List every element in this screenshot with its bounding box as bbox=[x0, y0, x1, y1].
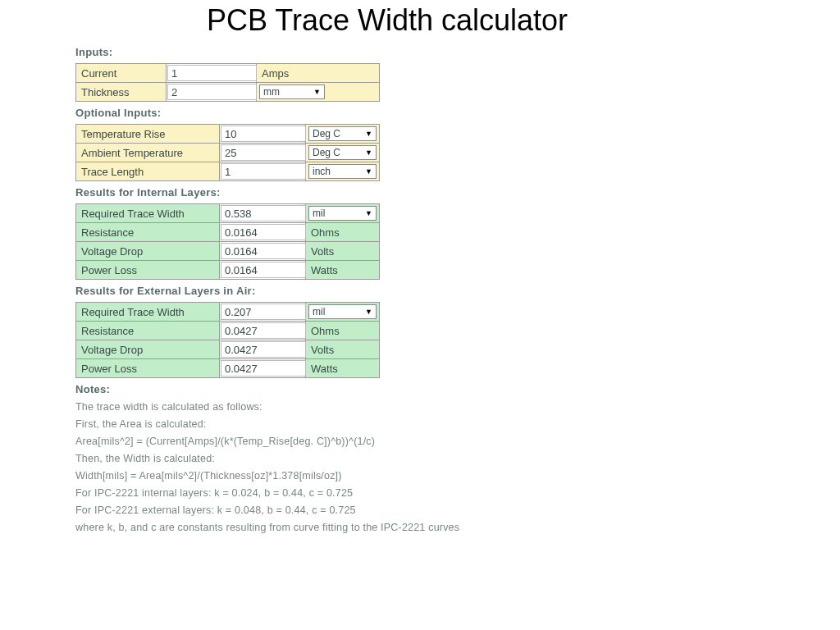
external-ploss-label: Power Loss bbox=[76, 359, 220, 378]
external-res-unit: Ohms bbox=[306, 322, 380, 340]
notes-heading: Notes: bbox=[75, 383, 558, 395]
internal-ploss-value bbox=[221, 262, 306, 278]
external-res-label: Resistance bbox=[76, 322, 220, 340]
inputs-heading: Inputs: bbox=[75, 46, 558, 58]
trace-len-label: Trace Length bbox=[76, 162, 220, 181]
table-row: Required Trace Width mil ▼ bbox=[76, 204, 380, 223]
table-row: Resistance Ohms bbox=[76, 322, 380, 340]
chevron-down-icon: ▼ bbox=[365, 209, 372, 217]
inputs-table: Current Amps Thickness mm ▼ bbox=[75, 63, 380, 102]
external-ploss-value bbox=[221, 360, 306, 377]
external-ploss-unit: Watts bbox=[306, 359, 380, 378]
table-row: Temperature Rise Deg C ▼ bbox=[76, 125, 380, 144]
chevron-down-icon: ▼ bbox=[365, 130, 372, 138]
internal-heading: Results for Internal Layers: bbox=[75, 186, 558, 199]
notes-line: where k, b, and c are constants resultin… bbox=[75, 522, 558, 533]
external-vdrop-unit: Volts bbox=[306, 340, 380, 359]
internal-ploss-unit: Watts bbox=[306, 261, 380, 280]
notes-line: The trace width is calculated as follows… bbox=[75, 401, 558, 413]
temp-rise-input[interactable] bbox=[221, 126, 306, 142]
calculator-body: Inputs: Current Amps Thickness mm ▼ Opti… bbox=[0, 46, 558, 533]
chevron-down-icon: ▼ bbox=[365, 308, 372, 316]
external-width-label: Required Trace Width bbox=[76, 303, 220, 322]
internal-ploss-label: Power Loss bbox=[76, 261, 220, 280]
notes-line: Area[mils^2] = (Current[Amps]/(k*(Temp_R… bbox=[75, 436, 558, 447]
table-row: Resistance Ohms bbox=[76, 223, 380, 242]
table-row: Trace Length inch ▼ bbox=[76, 162, 380, 181]
current-unit: Amps bbox=[257, 64, 380, 83]
thickness-unit: mm bbox=[263, 86, 280, 98]
thickness-input[interactable] bbox=[167, 84, 257, 100]
external-vdrop-label: Voltage Drop bbox=[76, 340, 220, 359]
current-label: Current bbox=[76, 64, 167, 83]
temp-rise-unit: Deg C bbox=[313, 128, 340, 139]
temp-rise-label: Temperature Rise bbox=[76, 125, 220, 144]
temp-rise-unit-select[interactable]: Deg C ▼ bbox=[308, 126, 377, 141]
external-res-value bbox=[221, 322, 306, 339]
internal-res-unit: Ohms bbox=[306, 223, 380, 242]
table-row: Power Loss Watts bbox=[76, 261, 380, 280]
trace-len-unit: inch bbox=[313, 166, 331, 177]
notes-body: The trace width is calculated as follows… bbox=[75, 401, 558, 533]
internal-vdrop-value bbox=[221, 243, 306, 259]
internal-res-value bbox=[221, 224, 306, 240]
external-table: Required Trace Width mil ▼ Resistance Oh… bbox=[75, 302, 380, 378]
table-row: Ambient Temperature Deg C ▼ bbox=[76, 144, 380, 162]
external-heading: Results for External Layers in Air: bbox=[75, 285, 558, 297]
thickness-label: Thickness bbox=[76, 83, 167, 102]
external-width-unit-select[interactable]: mil ▼ bbox=[308, 304, 377, 319]
page-title: PCB Trace Width calculator bbox=[0, 0, 840, 43]
table-row: Required Trace Width mil ▼ bbox=[76, 303, 380, 322]
table-row: Current Amps bbox=[76, 64, 380, 83]
internal-res-label: Resistance bbox=[76, 223, 220, 242]
trace-len-unit-select[interactable]: inch ▼ bbox=[308, 164, 377, 179]
table-row: Power Loss Watts bbox=[76, 359, 380, 378]
external-width-unit: mil bbox=[313, 306, 325, 317]
ambient-label: Ambient Temperature bbox=[76, 144, 220, 162]
thickness-unit-select[interactable]: mm ▼ bbox=[259, 84, 325, 99]
internal-vdrop-unit: Volts bbox=[306, 242, 380, 261]
chevron-down-icon: ▼ bbox=[365, 148, 372, 157]
internal-width-unit-select[interactable]: mil ▼ bbox=[308, 206, 377, 221]
notes-line: For IPC-2221 internal layers: k = 0.024,… bbox=[75, 487, 558, 499]
optional-table: Temperature Rise Deg C ▼ Ambient Tempera… bbox=[75, 124, 380, 181]
internal-table: Required Trace Width mil ▼ Resistance Oh… bbox=[75, 203, 380, 280]
table-row: Thickness mm ▼ bbox=[76, 83, 380, 102]
external-width-value bbox=[221, 304, 306, 320]
internal-width-label: Required Trace Width bbox=[76, 204, 220, 223]
internal-width-value bbox=[221, 205, 306, 221]
notes-line: Then, the Width is calculated: bbox=[75, 453, 558, 464]
optional-heading: Optional Inputs: bbox=[75, 107, 558, 119]
ambient-input[interactable] bbox=[221, 144, 306, 161]
internal-vdrop-label: Voltage Drop bbox=[76, 242, 220, 261]
trace-len-input[interactable] bbox=[221, 163, 306, 180]
chevron-down-icon: ▼ bbox=[365, 167, 372, 176]
ambient-unit-select[interactable]: Deg C ▼ bbox=[308, 145, 377, 160]
external-vdrop-value bbox=[221, 341, 306, 358]
table-row: Voltage Drop Volts bbox=[76, 340, 380, 359]
notes-line: Width[mils] = Area[mils^2]/(Thickness[oz… bbox=[75, 470, 558, 482]
notes-line: For IPC-2221 external layers: k = 0.048,… bbox=[75, 504, 558, 516]
internal-width-unit: mil bbox=[313, 208, 325, 219]
chevron-down-icon: ▼ bbox=[313, 88, 321, 96]
table-row: Voltage Drop Volts bbox=[76, 242, 380, 261]
notes-line: First, the Area is calculated: bbox=[75, 418, 558, 430]
current-input[interactable] bbox=[167, 65, 257, 81]
ambient-unit: Deg C bbox=[313, 147, 340, 158]
